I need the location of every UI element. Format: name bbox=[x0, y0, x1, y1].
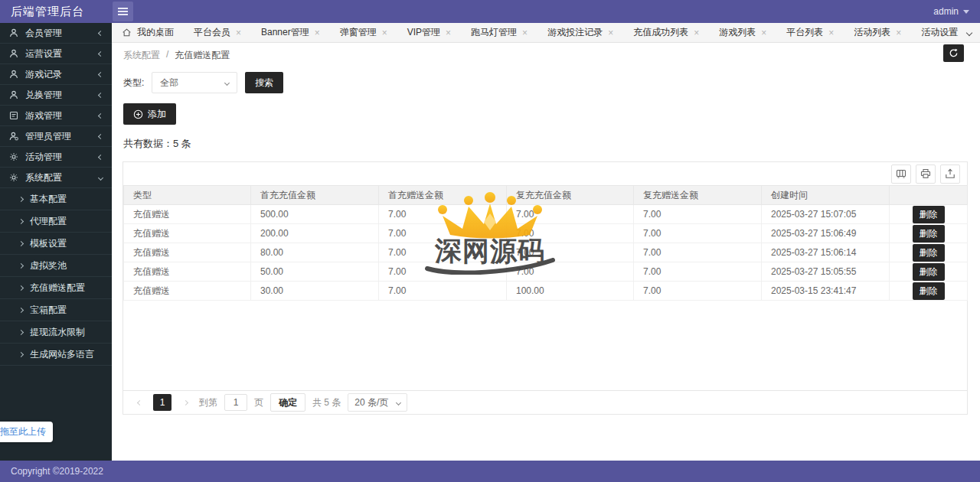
cell-first-amount: 80.00 bbox=[251, 243, 379, 262]
tab-item[interactable]: 游戏投注记录× bbox=[537, 23, 623, 42]
table-row: 充值赠送 80.00 7.00 7.00 7.00 2025-03-27 15:… bbox=[124, 243, 968, 262]
table-panel: 类型 首充充值金额 首充赠送金额 复充充值金额 复充赠送金额 创建时间 充值赠送… bbox=[122, 161, 968, 415]
chevron-down-icon bbox=[966, 29, 972, 35]
cell-re-amount: 100.00 bbox=[507, 282, 634, 301]
cell-first-amount: 30.00 bbox=[251, 282, 379, 301]
prev-page-button[interactable] bbox=[132, 394, 146, 411]
tab-item[interactable]: Banner管理× bbox=[251, 23, 330, 42]
close-icon[interactable]: × bbox=[828, 28, 834, 37]
search-button[interactable]: 搜索 bbox=[245, 72, 283, 93]
close-icon[interactable]: × bbox=[236, 28, 241, 37]
chevron-down-icon bbox=[396, 399, 401, 405]
export-icon-button[interactable] bbox=[940, 164, 960, 184]
close-icon[interactable]: × bbox=[896, 28, 901, 37]
cell-type: 充值赠送 bbox=[124, 282, 251, 301]
cell-first-gift: 7.00 bbox=[379, 282, 507, 301]
filter-row: 类型: 全部 搜索 bbox=[123, 72, 283, 93]
sidebar-subitem-label: 提现流水限制 bbox=[30, 326, 85, 339]
cell-created: 2025-03-27 15:05:55 bbox=[762, 262, 890, 282]
add-button[interactable]: 添加 bbox=[123, 103, 176, 125]
tab-overflow-button[interactable] bbox=[959, 23, 980, 42]
sidebar-item-game-records[interactable]: 游戏记录 bbox=[0, 64, 112, 85]
delete-button[interactable]: 删除 bbox=[913, 225, 945, 243]
sidebar-subitem-basic-config[interactable]: 基本配置 bbox=[0, 188, 112, 210]
delete-button[interactable]: 删除 bbox=[913, 263, 945, 281]
confirm-button[interactable]: 确定 bbox=[270, 393, 305, 412]
total-count-label: 共 5 条 bbox=[312, 396, 341, 409]
tab-item[interactable]: 游戏列表× bbox=[709, 23, 776, 42]
close-icon[interactable]: × bbox=[694, 28, 699, 37]
tab-item[interactable]: 平台列表× bbox=[776, 23, 844, 42]
per-page-value: 20 条/页 bbox=[354, 396, 388, 409]
tab-item[interactable]: 跑马灯管理× bbox=[461, 23, 537, 42]
close-icon[interactable]: × bbox=[446, 28, 451, 37]
page-number-button[interactable]: 1 bbox=[153, 394, 172, 411]
table-row: 充值赠送 30.00 7.00 100.00 7.00 2025-03-15 2… bbox=[124, 282, 968, 301]
print-icon-button[interactable] bbox=[916, 164, 936, 184]
delete-button[interactable]: 删除 bbox=[913, 282, 945, 300]
cell-type: 充值赠送 bbox=[124, 224, 251, 243]
sidebar-item-system-config[interactable]: 系统配置 bbox=[0, 168, 112, 188]
footer: Copyright ©2019-2022 bbox=[0, 461, 980, 482]
refresh-button[interactable] bbox=[943, 44, 964, 62]
tab-item[interactable]: 充值成功列表× bbox=[623, 23, 709, 42]
sidebar-subitem-site-multilanguage[interactable]: 生成网站多语言 bbox=[0, 344, 112, 366]
chevron-right-icon bbox=[18, 351, 24, 357]
cell-type: 充值赠送 bbox=[124, 262, 251, 282]
sidebar-item-operation-settings[interactable]: 运营设置 bbox=[0, 44, 112, 64]
chevron-left-icon bbox=[98, 71, 103, 77]
cell-re-gift: 7.00 bbox=[634, 224, 762, 243]
column-header: 首充赠送金额 bbox=[379, 186, 507, 205]
cell-re-amount: 7.00 bbox=[507, 243, 634, 262]
type-filter-label: 类型: bbox=[123, 77, 144, 90]
sidebar-subitem-withdrawal-flow-limit[interactable]: 提现流水限制 bbox=[0, 321, 112, 344]
tab-home[interactable]: 我的桌面 bbox=[112, 23, 184, 42]
close-icon[interactable]: × bbox=[382, 28, 387, 37]
breadcrumb-parent[interactable]: 系统配置 bbox=[123, 49, 160, 62]
upload-drop-badge[interactable]: 拖至此上传 bbox=[0, 422, 53, 442]
close-icon[interactable]: × bbox=[315, 28, 320, 37]
chevron-left-icon bbox=[98, 50, 103, 56]
cell-first-amount: 500.00 bbox=[251, 205, 379, 224]
close-icon[interactable]: × bbox=[522, 28, 528, 37]
goto-page-input[interactable] bbox=[224, 394, 247, 411]
sidebar-item-exchange-management[interactable]: 兑换管理 bbox=[0, 85, 112, 106]
per-page-select[interactable]: 20 条/页 bbox=[348, 393, 407, 412]
sidebar: 会员管理 运营设置 游戏记录 兑换管理 游戏管理 管理员管理 活动管理 系统配置… bbox=[0, 23, 112, 461]
sidebar-subitem-virtual-prize-pool[interactable]: 虚拟奖池 bbox=[0, 255, 112, 277]
cell-re-gift: 7.00 bbox=[634, 282, 762, 301]
sidebar-item-label: 系统配置 bbox=[25, 171, 62, 184]
cell-re-amount: 7.00 bbox=[507, 224, 634, 243]
tab-item[interactable]: 平台会员× bbox=[184, 23, 251, 42]
delete-button[interactable]: 删除 bbox=[913, 244, 945, 262]
columns-icon-button[interactable] bbox=[891, 164, 911, 184]
tab-item[interactable]: 活动列表× bbox=[844, 23, 911, 42]
sidebar-subitem-treasure-box-config[interactable]: 宝箱配置 bbox=[0, 299, 112, 321]
sidebar-item-label: 会员管理 bbox=[25, 27, 62, 40]
cell-type: 充值赠送 bbox=[124, 205, 251, 224]
export-icon bbox=[945, 168, 956, 179]
tab-label: 弹窗管理 bbox=[340, 26, 377, 39]
sidebar-item-admin-management[interactable]: 管理员管理 bbox=[0, 126, 112, 147]
tab-item[interactable]: 弹窗管理× bbox=[330, 23, 397, 42]
sidebar-subitem-template-settings[interactable]: 模板设置 bbox=[0, 233, 112, 255]
next-page-button[interactable] bbox=[178, 394, 192, 411]
sidebar-subitem-recharge-gift-config[interactable]: 充值赠送配置 bbox=[0, 277, 112, 299]
close-icon[interactable]: × bbox=[608, 28, 613, 37]
cell-first-amount: 50.00 bbox=[251, 262, 379, 282]
delete-button[interactable]: 删除 bbox=[913, 206, 945, 223]
tab-item[interactable]: VIP管理× bbox=[397, 23, 461, 42]
breadcrumb: 系统配置 / 充值赠送配置 bbox=[123, 49, 230, 62]
type-select[interactable]: 全部 bbox=[152, 72, 237, 93]
sidebar-item-activity-management[interactable]: 活动管理 bbox=[0, 147, 112, 168]
chevron-right-icon bbox=[182, 399, 188, 405]
menu-toggle-button[interactable] bbox=[113, 2, 133, 21]
close-icon[interactable]: × bbox=[761, 28, 766, 37]
cell-first-gift: 7.00 bbox=[379, 243, 507, 262]
user-menu[interactable]: admin bbox=[933, 0, 969, 23]
sidebar-item-members[interactable]: 会员管理 bbox=[0, 23, 112, 44]
chevron-left-icon bbox=[98, 112, 103, 118]
sidebar-item-game-management[interactable]: 游戏管理 bbox=[0, 106, 112, 126]
sidebar-subitem-agent-config[interactable]: 代理配置 bbox=[0, 210, 112, 233]
sidebar-subitem-label: 充值赠送配置 bbox=[30, 282, 85, 295]
